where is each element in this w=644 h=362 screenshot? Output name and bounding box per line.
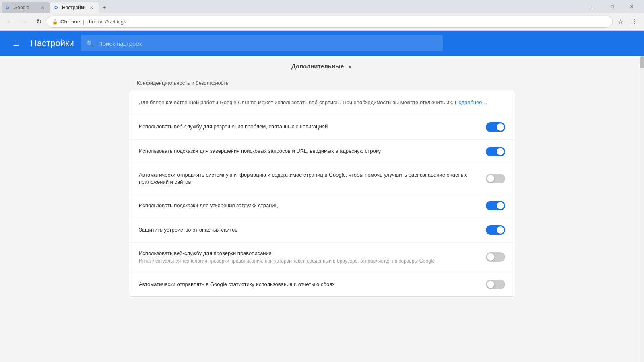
address-bar[interactable]: 🔒 Chrome | chrome://settings [47,16,613,28]
toggle-slider-nav-errors [486,122,505,132]
tab-settings-close[interactable]: ✕ [88,4,95,11]
toggle-nav-errors[interactable] [486,122,505,132]
toggle-send-stats[interactable] [486,174,505,183]
toggle-slider-preload [486,201,505,210]
subsection-label: Конфиденциальность и безопасность [129,76,515,90]
setting-row-usage-stats: Автоматически отправлять в Google статис… [129,272,515,296]
title-bar: G Google ✕ ⚙ Настройки ✕ + — □ ✕ [0,0,644,13]
lock-icon: 🔒 [52,19,58,25]
scrollbar-track[interactable] [640,56,644,362]
setting-label-nav-errors: Использовать веб-службу для разрешения п… [139,123,476,130]
settings-card: Для более качественной работы Google Chr… [129,90,515,297]
settings-header: ☰ Настройки 🔍 Поиск настроек [0,31,644,56]
toggle-slider-usage-stats [486,280,505,289]
window-controls: — □ ✕ [584,0,642,13]
setting-row-autocomplete: Использовать подсказки для завершения по… [129,140,515,164]
toggle-slider-safe-browsing [486,225,505,235]
tab-settings[interactable]: ⚙ Настройки ✕ [50,2,99,13]
toggle-slider-spellcheck [486,252,505,262]
toggle-spellcheck[interactable] [486,252,505,262]
setting-text-usage-stats: Автоматически отправлять в Google статис… [139,281,486,288]
settings-title: Настройки [31,38,74,49]
setting-label-send-stats: Автоматически отправлять системную инфор… [139,171,476,186]
content-area: Дополнительные ▲ Конфиденциальность и бе… [129,56,515,306]
search-icon: 🔍 [86,40,94,47]
settings-favicon-icon: ⚙ [54,5,60,10]
main-content: Дополнительные ▲ Конфиденциальность и бе… [0,56,644,362]
search-box[interactable]: 🔍 Поиск настроек [80,35,443,51]
setting-row-send-stats: Автоматически отправлять системную инфор… [129,164,515,193]
tab-google-title: Google [14,5,37,10]
toggle-usage-stats[interactable] [486,280,505,289]
tab-settings-title: Настройки [62,5,86,10]
address-separator: | [83,19,84,25]
toggle-slider-autocomplete [486,147,505,156]
tab-google-close[interactable]: ✕ [39,4,46,11]
setting-label-usage-stats: Автоматически отправлять в Google статис… [139,281,476,288]
setting-text-nav-errors: Использовать веб-службу для разрешения п… [139,123,486,130]
setting-row-preload: Использовать подсказки для ускорения заг… [129,193,515,218]
intro-link[interactable]: Подробнее… [455,99,487,105]
search-input[interactable]: Поиск настроек [98,40,142,47]
toggle-autocomplete[interactable] [486,147,505,156]
google-favicon-icon: G [6,5,11,10]
collapse-icon: ▲ [347,63,353,70]
setting-text-safe-browsing: Защитить устройство от опасных сайтов [139,226,486,234]
nav-right-buttons: ☆ ⋮ [614,15,641,28]
new-tab-button[interactable]: + [99,2,110,13]
minimize-button[interactable]: — [584,0,602,13]
setting-label-autocomplete: Использовать подсказки для завершения по… [139,148,476,155]
intro-text: Для более качественной работы Google Chr… [139,99,453,105]
tab-google[interactable]: G Google ✕ [2,2,50,13]
hamburger-button[interactable]: ☰ [8,35,24,51]
toggle-slider-send-stats [486,174,505,183]
setting-text-send-stats: Автоматически отправлять системную инфор… [139,171,486,186]
setting-text-autocomplete: Использовать подсказки для завершения по… [139,148,486,155]
close-button[interactable]: ✕ [622,0,641,13]
setting-row-safe-browsing: Защитить устройство от опасных сайтов [129,218,515,243]
setting-row-nav-errors: Использовать веб-службу для разрешения п… [129,115,515,140]
setting-sublabel-spellcheck: Интеллектуальная технология проверки пра… [139,258,476,265]
toggle-preload[interactable] [486,201,505,210]
nav-bar: ← → ↻ 🔒 Chrome | chrome://settings ☆ ⋮ [0,13,644,31]
forward-button[interactable]: → [18,15,31,28]
setting-row-spellcheck: Использовать веб-службу для проверки пра… [129,243,515,272]
setting-label-safe-browsing: Защитить устройство от опасных сайтов [139,226,476,234]
tabs-area: G Google ✕ ⚙ Настройки ✕ + [2,0,584,13]
address-path: chrome://settings [87,19,126,25]
browser-frame: G Google ✕ ⚙ Настройки ✕ + — □ ✕ ← → ↻ 🔒… [0,0,644,362]
address-brand: Chrome [60,19,80,25]
bookmark-button[interactable]: ☆ [614,15,627,28]
back-button[interactable]: ← [3,15,16,28]
intro-row: Для более качественной работы Google Chr… [129,90,515,115]
advanced-section-title: Дополнительные [291,63,344,70]
setting-text-preload: Использовать подсказки для ускорения заг… [139,202,486,209]
menu-button[interactable]: ⋮ [628,15,641,28]
setting-label-preload: Использовать подсказки для ускорения заг… [139,202,476,209]
reload-button[interactable]: ↻ [32,15,45,28]
setting-label-spellcheck: Использовать веб-службу для проверки пра… [139,250,476,257]
toggle-safe-browsing[interactable] [486,225,505,235]
scrollbar-thumb[interactable] [640,56,644,68]
setting-text-spellcheck: Использовать веб-службу для проверки пра… [139,250,486,265]
advanced-section-header[interactable]: Дополнительные ▲ [129,56,515,76]
restore-button[interactable]: □ [603,0,621,13]
